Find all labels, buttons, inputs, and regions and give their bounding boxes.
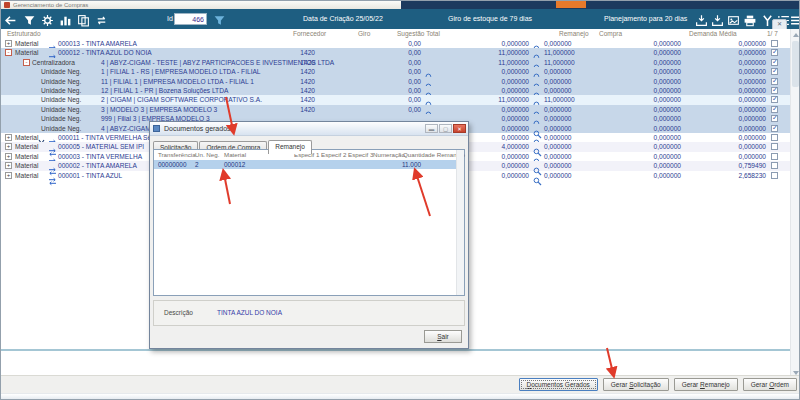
row-checkbox[interactable] — [771, 59, 778, 66]
cell-demanda: 0,000000 — [702, 39, 766, 48]
cell-compra: 0,000000 — [619, 142, 681, 151]
row-description: 000002 - TINTA AMARELA — [58, 161, 137, 170]
row-checkbox[interactable] — [771, 162, 778, 169]
col-header-remanejo[interactable]: Remanejo — [559, 29, 589, 39]
cell-remanejo-2: 0,000000 — [544, 114, 572, 123]
cell-remanejo-2: 0,000000 — [544, 161, 572, 170]
cell-remanejo-1: 0,000000 — [469, 105, 529, 114]
cell-remanejo-2: 0,000000 — [544, 105, 572, 114]
col-header-giro[interactable]: Giro — [358, 29, 370, 39]
col-header-demanda[interactable]: Demanda Média — [689, 29, 737, 39]
table-row[interactable]: Unidade Neg.3 | MODELO 3 | EMPRESA MODEL… — [1, 105, 790, 114]
cell-remanejo-1: 0,000000 — [469, 171, 529, 180]
row-checkbox[interactable] — [771, 87, 778, 94]
row-checkbox[interactable] — [771, 78, 778, 85]
dlg-col-material[interactable]: Material — [224, 150, 246, 160]
export-down-icon[interactable] — [695, 13, 708, 26]
dialog-table-row[interactable]: 00000000 2 000012 11.000 — [154, 160, 464, 169]
cell-sugestao: 0,00 — [377, 48, 421, 57]
scroll-up-icon[interactable] — [793, 33, 799, 37]
planning-text: Planejamento para 20 dias — [604, 9, 687, 29]
cell-demanda: 0,000000 — [702, 67, 766, 76]
dialog-minimize-button[interactable]: ▬ — [425, 124, 438, 133]
row-checkbox[interactable] — [771, 68, 778, 75]
id-input[interactable] — [174, 13, 207, 25]
row-checkbox[interactable] — [771, 49, 778, 56]
expand-toggle[interactable]: - — [5, 49, 12, 56]
expand-toggle[interactable]: + — [5, 162, 12, 169]
row-checkbox[interactable] — [771, 153, 778, 160]
image-icon[interactable] — [727, 13, 740, 26]
dialog-scrollbar[interactable] — [456, 150, 464, 295]
magnifier-icon[interactable] — [533, 172, 542, 190]
footer-button-4[interactable]: Gerar Ordem — [743, 378, 797, 391]
main-toolbar: Id Data de Criação 25/05/22 Giro de esto… — [1, 9, 800, 29]
expand-toggle[interactable]: + — [5, 143, 12, 150]
expand-toggle[interactable]: - — [23, 59, 30, 66]
back-arrow-icon[interactable] — [4, 13, 17, 26]
dialog-close-button[interactable]: ✕ — [453, 124, 466, 133]
row-checkbox[interactable] — [771, 143, 778, 150]
cell-compra: 0,000000 — [619, 161, 681, 170]
cell-remanejo-2: 0,000000 — [544, 171, 572, 180]
row-checkbox[interactable] — [771, 125, 778, 132]
dialog-titlebar[interactable]: Documentos gerados ▬ ▢ ✕ — [150, 122, 468, 136]
expand-toggle[interactable]: + — [5, 40, 12, 47]
row-checkbox[interactable] — [771, 96, 778, 103]
description-label: Descrição — [164, 309, 193, 316]
table-row[interactable]: Unidade Neg.2 | CIGAM | CIGAM SOFTWARE C… — [1, 95, 790, 104]
scrollbar-thumb[interactable] — [792, 41, 799, 87]
col-header-fornecedor[interactable]: Fornecedor — [293, 29, 326, 39]
row-description: 000005 - MATERIAL SEM IPI — [58, 142, 144, 151]
window-title: Gerenciamento de Compras — [13, 1, 88, 9]
expand-toggle[interactable]: + — [5, 172, 12, 179]
dlg-col-numeracao[interactable]: Numeração — [373, 150, 405, 160]
id-filter-icon[interactable] — [213, 13, 226, 26]
footer-button-1[interactable]: Documentos Gerados — [519, 378, 598, 391]
dialog-tab-3[interactable]: Remanejo — [268, 140, 312, 154]
row-checkbox[interactable] — [771, 172, 778, 179]
cell-compra: 0,000000 — [619, 105, 681, 114]
refresh-icon[interactable] — [95, 13, 108, 26]
dlg-col-especif3[interactable]: Especif 3 — [348, 150, 373, 160]
expand-toggle[interactable]: + — [5, 153, 12, 160]
footer-button-2[interactable]: Gerar Solicitação — [603, 378, 669, 391]
expand-toggle[interactable]: + — [5, 134, 12, 141]
row-checkbox[interactable] — [771, 115, 778, 122]
row-type-label: Material — [15, 48, 38, 57]
table-row[interactable]: -Centralizadora4 | ABYZ-CIGAM - TESTE | … — [1, 58, 790, 67]
vertical-scrollbar[interactable] — [790, 29, 800, 381]
dlg-col-un-neg[interactable]: Un. Neg. — [195, 150, 219, 160]
table-row[interactable]: Unidade Neg.11 | FILIAL 1 | EMPRESA MODE… — [1, 77, 790, 86]
grid-header-row: Estruturado Fornecedor Giro Sugestão Tot… — [1, 29, 790, 39]
row-description: 000001 - TINTA AZUL — [58, 171, 122, 180]
row-checkbox[interactable] — [771, 134, 778, 141]
filter-icon[interactable] — [23, 13, 36, 26]
col-header-estruturado[interactable]: Estruturado — [7, 29, 41, 39]
cell-demanda: 0,000000 — [702, 86, 766, 95]
table-row[interactable]: -Material000012 - TINTA AZUL DO NOIA1420… — [1, 48, 790, 57]
copy-icon[interactable] — [77, 13, 90, 26]
table-row[interactable]: Unidade Neg.12 | FILIAL 1 - PR | Bozena … — [1, 86, 790, 95]
cell-compra: 0,000000 — [619, 77, 681, 86]
dlg-col-transferencia[interactable]: Transferência — [158, 150, 196, 160]
sair-button[interactable]: Sair — [424, 330, 462, 343]
col-header-compra[interactable]: Compra — [599, 29, 622, 39]
row-checkbox[interactable] — [771, 40, 778, 47]
menu-list-icon[interactable] — [790, 13, 800, 26]
row-type-label: Material — [15, 171, 38, 180]
footer-button-3[interactable]: Gerar Remanejo — [674, 378, 738, 391]
cell-remanejo-1: 0,000000 — [469, 67, 529, 76]
print-icon[interactable] — [743, 13, 756, 26]
chart-icon[interactable] — [59, 13, 72, 26]
gear-icon[interactable] — [41, 13, 54, 26]
dialog-maximize-button[interactable]: ▢ — [439, 124, 452, 133]
cell-demanda: 0,000000 — [702, 48, 766, 57]
col-header-sugestao[interactable]: Sugestão Total — [397, 29, 440, 39]
import-down-icon[interactable] — [711, 13, 724, 26]
table-row[interactable]: Unidade Neg.1 | FILIAL 1 - RS | EMPRESA … — [1, 67, 790, 76]
dlg-col-especif2[interactable]: Especif 2 — [321, 150, 346, 160]
row-checkbox[interactable] — [771, 106, 778, 113]
row-type-label: Unidade Neg. — [41, 86, 81, 95]
table-row[interactable]: +Material000013 - TINTA AMARELA0,000,000… — [1, 39, 790, 48]
